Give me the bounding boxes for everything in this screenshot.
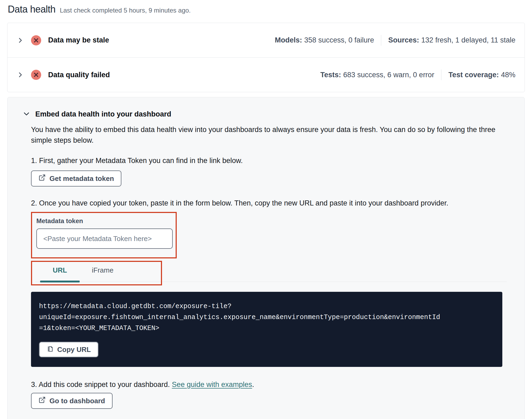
status-row-title: Data may be stale	[48, 36, 109, 44]
step-1-instruction: 1. First, gather your Metadata Token you…	[31, 157, 502, 165]
copy-url-button[interactable]: Copy URL	[39, 342, 98, 357]
status-row-stale[interactable]: Data may be stale Models:358 success, 0 …	[7, 23, 525, 57]
external-link-icon	[38, 396, 46, 405]
stat-value: 48%	[501, 71, 515, 79]
embed-section: Embed data health into your dashboard Yo…	[7, 97, 525, 419]
last-check-status: Last check completed 5 hours, 9 minutes …	[60, 7, 191, 14]
copy-url-label: Copy URL	[57, 346, 91, 354]
status-row-quality[interactable]: Data quality failed Tests:683 success, 6…	[7, 57, 525, 92]
page-title: Data health	[8, 4, 56, 15]
guide-examples-link[interactable]: See guide with examples	[172, 381, 252, 389]
page-header: Data health Last check completed 5 hours…	[7, 4, 525, 15]
metadata-token-label: Metadata token	[36, 217, 170, 225]
embed-url-line: =1&token=<YOUR_METADATA_TOKEN>	[39, 323, 494, 334]
stat-tests: Tests:683 success, 6 warn, 0 error	[320, 71, 434, 79]
embed-section-title: Embed data health into your dashboard	[35, 110, 171, 118]
go-to-dashboard-button[interactable]: Go to dashboard	[31, 393, 113, 409]
embed-section-header[interactable]: Embed data health into your dashboard	[23, 110, 502, 118]
stats-divider	[441, 69, 441, 80]
highlight-box-tabs: URL iFrame	[31, 261, 162, 285]
active-tab-indicator	[40, 281, 80, 282]
tab-iframe-label: iFrame	[92, 266, 114, 274]
stats-divider	[381, 35, 381, 46]
get-metadata-token-button[interactable]: Get metadata token	[31, 170, 121, 187]
chevron-right-icon[interactable]	[17, 72, 24, 78]
highlight-box-metadata-token: Metadata token	[31, 212, 177, 258]
tab-url-label: URL	[53, 266, 67, 274]
chevron-right-icon[interactable]	[17, 37, 24, 44]
status-row-title: Data quality failed	[48, 71, 110, 79]
embed-url-line: https://metadata.cloud.getdbt.com/exposu…	[39, 301, 494, 312]
embed-description: You have the ability to embed this data …	[31, 124, 502, 146]
data-health-page: Data health Last check completed 5 hours…	[0, 0, 532, 419]
stat-label: Test coverage:	[448, 71, 499, 79]
tab-url[interactable]: URL	[38, 262, 81, 284]
embed-section-body: You have the ability to embed this data …	[31, 124, 502, 409]
step-3-period: .	[252, 381, 254, 389]
stat-value: 358 success, 0 failure	[304, 36, 374, 44]
go-to-dashboard-label: Go to dashboard	[49, 397, 105, 405]
status-cards: Data may be stale Models:358 success, 0 …	[7, 23, 525, 92]
stat-test-coverage: Test coverage:48%	[448, 71, 515, 79]
output-format-tabs: URL iFrame	[31, 261, 502, 285]
x-circle-icon	[31, 70, 41, 80]
stat-label: Models:	[275, 36, 302, 44]
stat-models: Models:358 success, 0 failure	[275, 36, 374, 44]
status-row-stats: Models:358 success, 0 failure Sources:13…	[275, 35, 515, 46]
copy-icon	[47, 345, 53, 354]
tab-iframe[interactable]: iFrame	[81, 262, 124, 284]
embed-url-code-block: https://metadata.cloud.getdbt.com/exposu…	[31, 292, 502, 367]
x-circle-icon	[31, 35, 41, 45]
get-metadata-token-label: Get metadata token	[49, 174, 114, 183]
metadata-token-input[interactable]	[36, 228, 173, 249]
step-2-instruction: 2. Once you have copied your token, past…	[31, 199, 502, 207]
stat-label: Tests:	[320, 71, 341, 79]
external-link-icon	[38, 174, 46, 183]
step-3-text: 3. Add this code snippet to your dashboa…	[31, 381, 172, 389]
chevron-down-icon[interactable]	[23, 110, 30, 118]
stat-value: 683 success, 6 warn, 0 error	[343, 71, 434, 79]
stat-label: Sources:	[388, 36, 419, 44]
step-3-instruction: 3. Add this code snippet to your dashboa…	[31, 381, 502, 389]
embed-url-line: uniqueId=exposure.fishtown_internal_anal…	[39, 312, 494, 323]
status-row-stats: Tests:683 success, 6 warn, 0 error Test …	[320, 69, 515, 80]
stat-value: 132 fresh, 1 delayed, 11 stale	[421, 36, 515, 44]
stat-sources: Sources:132 fresh, 1 delayed, 11 stale	[388, 36, 515, 44]
